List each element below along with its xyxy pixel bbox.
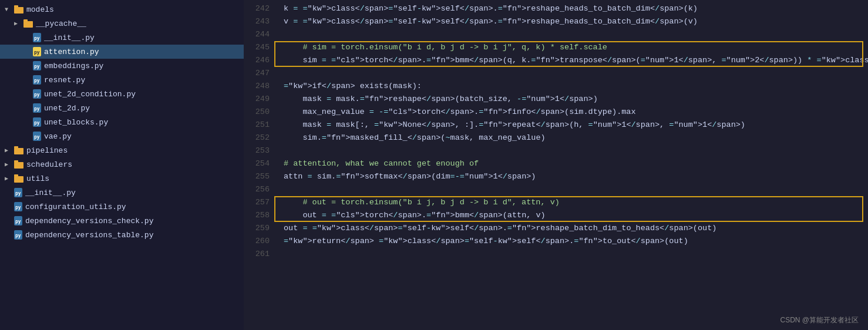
code-line-253 [284, 144, 868, 157]
code-line-247 [284, 67, 868, 80]
sidebar-item-unet_2d_condition[interactable]: pyunet_2d_condition.py [0, 87, 244, 101]
svg-text:py: py [34, 134, 40, 140]
tree-arrow-models: ▼ [5, 6, 14, 13]
line-number-243: 243 [244, 15, 270, 28]
sidebar-label-config_utils: configuration_utils.py [25, 203, 126, 211]
line-number-256: 256 [244, 183, 270, 196]
sidebar-item-pipelines[interactable]: ▶ pipelines [0, 143, 244, 157]
svg-text:py: py [34, 64, 40, 69]
line-number-249: 249 [244, 93, 270, 106]
sidebar-label-pipelines: pipelines [26, 146, 68, 155]
sidebar-label-models: models [26, 5, 54, 14]
line-number-246: 246 [244, 54, 270, 67]
svg-rect-24 [14, 176, 23, 183]
code-line-250: max_neg_value = -="cls">torch</span>.="f… [284, 106, 868, 119]
py-icon-init1: py [33, 33, 44, 42]
folder-icon-schedulers [14, 160, 26, 169]
code-area: k = ="kw">class</span>="self-kw">self</s… [274, 0, 868, 330]
py-icon-dep_check: py [14, 216, 25, 225]
line-number-257: 257 [244, 196, 270, 209]
svg-rect-1 [14, 5, 18, 8]
sidebar-label-unet_blocks: unet_blocks.py [44, 118, 108, 127]
code-line-244 [284, 28, 868, 41]
sidebar-item-dep_check[interactable]: pydependency_versions_check.py [0, 214, 244, 228]
svg-rect-22 [14, 162, 23, 169]
sidebar-item-dep_table[interactable]: pydependency_versions_table.py [0, 228, 244, 242]
tree-arrow-schedulers: ▶ [5, 161, 14, 168]
svg-text:py: py [34, 106, 40, 112]
line-number-248: 248 [244, 80, 270, 93]
line-number-254: 254 [244, 157, 270, 170]
svg-text:py: py [15, 205, 21, 210]
sidebar-item-init1[interactable]: py__init__.py [0, 31, 244, 45]
sidebar-label-resnet: resnet.py [44, 76, 85, 85]
py-icon-unet_blocks: py [33, 117, 44, 127]
sidebar-item-unet_blocks[interactable]: pyunet_blocks.py [0, 115, 244, 129]
line-number-253: 253 [244, 144, 270, 157]
code-line-245: # sim = torch.einsum("b i d, b j d -> b … [284, 41, 868, 54]
sidebar-item-schedulers[interactable]: ▶ schedulers [0, 157, 244, 171]
py-icon-embeddings: py [33, 61, 44, 70]
line-numbers: 2422432442452462472482492502512522532542… [244, 0, 274, 330]
sidebar-item-utils[interactable]: ▶ utils [0, 171, 244, 186]
sidebar-label-embeddings: embeddings.py [44, 62, 103, 70]
code-line-257: # out = torch.einsum("b i j, b j d -> b … [284, 196, 868, 209]
line-number-242: 242 [244, 2, 270, 15]
sidebar-label-schedulers: schedulers [26, 160, 72, 169]
svg-rect-25 [14, 174, 18, 177]
folder-icon-utils [14, 174, 26, 183]
py-icon-attention: py [33, 47, 44, 56]
svg-rect-21 [14, 146, 18, 149]
svg-text:py: py [34, 78, 40, 83]
svg-text:py: py [15, 233, 21, 238]
sidebar-label-init2: __init__.py [25, 188, 76, 197]
line-number-247: 247 [244, 67, 270, 80]
code-line-259: out = ="kw">class</span>="self-kw">self<… [284, 222, 868, 235]
py-icon-unet_2d: py [33, 103, 44, 113]
svg-rect-23 [14, 160, 18, 163]
py-icon-unet_2d_condition: py [33, 89, 44, 99]
code-line-246: sim = ="cls">torch</span>.="fn">bmm</spa… [284, 54, 868, 67]
tree-arrow-pipelines: ▶ [5, 147, 14, 154]
sidebar-label-dep_check: dependency_versions_check.py [25, 217, 153, 225]
code-line-255: attn = sim.="fn">softmax</span>(dim=-="n… [284, 170, 868, 183]
line-number-258: 258 [244, 209, 270, 222]
sidebar-label-init1: __init__.py [44, 33, 95, 42]
sidebar-item-attention[interactable]: pyattention.py [0, 45, 244, 59]
sidebar-item-vae[interactable]: pyvae.py [0, 129, 244, 143]
code-line-243: v = ="kw">class</span>="self-kw">self</s… [284, 15, 868, 28]
sidebar-item-embeddings[interactable]: pyembeddings.py [0, 59, 244, 73]
svg-rect-20 [14, 148, 23, 154]
sidebar-label-pycache: __pycache__ [36, 19, 86, 28]
code-line-251: mask = mask[:, ="kw">None</span>, :].="f… [284, 119, 868, 132]
line-number-259: 259 [244, 222, 270, 235]
sidebar-item-init2[interactable]: py__init__.py [0, 186, 244, 200]
watermark: CSDN @算能开发者社区 [780, 315, 859, 325]
code-line-242: k = ="kw">class</span>="self-kw">self</s… [284, 2, 868, 15]
line-number-250: 250 [244, 106, 270, 119]
svg-rect-2 [23, 21, 33, 28]
line-number-260: 260 [244, 235, 270, 248]
sidebar-item-config_utils[interactable]: pyconfiguration_utils.py [0, 200, 244, 214]
sidebar-item-resnet[interactable]: pyresnet.py [0, 73, 244, 87]
code-line-252: sim.="fn">masked_fill_</span>(~mask, max… [284, 132, 868, 144]
sidebar-item-unet_2d[interactable]: pyunet_2d.py [0, 101, 244, 115]
py-icon-dep_table: py [14, 230, 25, 240]
sidebar-item-pycache[interactable]: ▶ __pycache__ [0, 16, 244, 31]
svg-text:py: py [34, 120, 40, 126]
svg-text:py: py [34, 92, 40, 97]
code-line-256 [284, 183, 868, 196]
py-icon-config_utils: py [14, 202, 25, 211]
line-number-255: 255 [244, 170, 270, 183]
sidebar-item-models[interactable]: ▼ models [0, 2, 244, 16]
py-icon-resnet: py [33, 75, 44, 85]
line-number-252: 252 [244, 132, 270, 144]
sidebar-label-unet_2d: unet_2d.py [44, 104, 90, 113]
sidebar: ▼ models▶ __pycache__ py__init__.py pyat… [0, 0, 244, 330]
folder-icon-models [14, 5, 26, 14]
tree-arrow-utils: ▶ [5, 175, 14, 182]
svg-text:py: py [34, 36, 40, 41]
folder-icon-pycache [23, 19, 36, 28]
py-icon-init2: py [14, 188, 25, 197]
line-number-245: 245 [244, 41, 270, 54]
